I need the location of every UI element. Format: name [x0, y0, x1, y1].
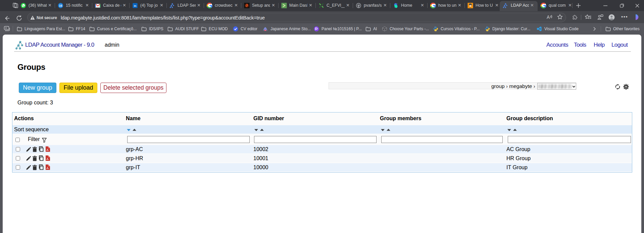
- svg-text:in: in: [134, 4, 136, 7]
- svg-text:A: A: [547, 14, 550, 20]
- svg-text:15: 15: [59, 4, 62, 7]
